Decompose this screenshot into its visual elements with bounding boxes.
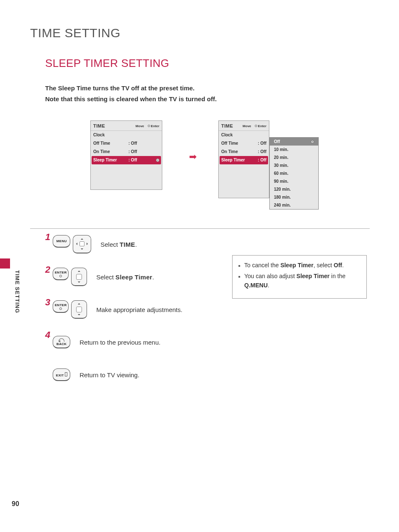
step-4: 4 BACK Return to the previous menu. <box>45 332 182 352</box>
dpad-updown-icon <box>71 268 87 286</box>
dropdown-option: 60 min. <box>270 169 318 177</box>
osd-row-clock: Clock <box>91 131 162 139</box>
step-text: Select Sleep Timer. <box>96 274 154 281</box>
row-label: Clock <box>221 133 246 137</box>
osd-title: TIME <box>221 123 233 128</box>
osd-menu-after: TIME Move Enter Clock Off Time : Off On … <box>218 120 269 198</box>
steps-list: 1 MENU Select TIME. 2 ENTER Select Sleep… <box>45 234 182 397</box>
osd-title: TIME <box>93 123 105 128</box>
osd-row-sleeptimer-selected: Sleep Timer : Off <box>220 156 268 164</box>
row-value: : Off <box>128 149 137 154</box>
row-label: Sleep Timer <box>221 158 246 162</box>
dropdown-option: 10 min. <box>270 146 318 153</box>
row-label: Off Time <box>93 141 118 146</box>
horizontal-divider <box>30 228 370 229</box>
dropdown-option: 20 min. <box>270 153 318 161</box>
enter-button-icon: ENTER <box>53 268 69 280</box>
step-number: 4 <box>45 330 50 340</box>
step-number: 1 <box>45 232 50 243</box>
enter-dot-icon <box>255 125 257 127</box>
arrow-right-icon: ➡ <box>189 151 197 162</box>
intro-line-2: Note that this setting is cleared when t… <box>45 94 217 105</box>
move-hint: Move <box>238 124 251 128</box>
intro-text: The Sleep Time turns the TV off at the p… <box>45 83 217 105</box>
enter-hint: Enter <box>255 124 266 128</box>
row-value: : Off <box>128 158 137 162</box>
step-text: Make appropriate adjustments. <box>96 306 182 313</box>
row-label: Off Time <box>221 141 246 146</box>
dropdown-option: 30 min. <box>270 161 318 169</box>
step-1: 1 MENU Select TIME. <box>45 234 182 254</box>
dropdown-option-selected: Off <box>270 138 318 146</box>
step-number: 3 <box>45 297 50 308</box>
osd-menu-before: TIME Move Enter Clock Off Time : Off On … <box>90 120 162 190</box>
enter-hint: Enter <box>148 124 159 128</box>
enter-dot-icon <box>311 140 314 143</box>
nav-icon <box>238 124 242 127</box>
side-tab-marker <box>0 258 10 269</box>
dpad-4way-icon <box>73 235 91 253</box>
row-label: Clock <box>93 133 118 137</box>
note-item: You can also adjust Sleep Timer in the Q… <box>238 271 361 290</box>
osd-row-ontime: On Time : Off <box>219 148 269 156</box>
step-text: Select TIME. <box>100 241 137 248</box>
row-value: : Off <box>258 158 266 162</box>
menu-button-icon: MENU <box>53 235 70 248</box>
dropdown-option: 90 min. <box>270 177 318 185</box>
step-text: Return to TV viewing. <box>79 371 139 379</box>
note-item: To cancel the Sleep Timer, select Off. <box>238 261 361 270</box>
page-title: TIME SETTING <box>30 26 120 40</box>
row-value: : Off <box>128 141 137 146</box>
sleep-timer-dropdown: Off 10 min. 20 min. 30 min. 60 min. 90 m… <box>269 137 319 210</box>
nav-icon <box>131 124 135 127</box>
step-2: 2 ENTER Select Sleep Timer. <box>45 267 182 287</box>
enter-dot-icon <box>148 125 150 127</box>
enter-dot-icon <box>156 159 159 162</box>
intro-line-1: The Sleep Time turns the TV off at the p… <box>45 83 217 94</box>
dropdown-option: 120 min. <box>270 185 318 193</box>
osd-row-offtime: Off Time : Off <box>219 139 269 148</box>
osd-row-ontime: On Time : Off <box>91 148 162 156</box>
back-button-icon: BACK <box>53 336 70 348</box>
step-3: 3 ENTER Make appropriate adjustments. <box>45 299 182 320</box>
enter-button-icon: ENTER <box>53 300 69 313</box>
osd-row-offtime: Off Time : Off <box>91 139 162 148</box>
row-label: Sleep Timer <box>93 158 118 162</box>
dpad-updown-icon <box>71 300 87 319</box>
notes-box: To cancel the Sleep Timer, select Off. Y… <box>232 255 367 299</box>
exit-button-icon: EXIT <box>53 368 70 381</box>
row-value: : Off <box>258 141 266 146</box>
osd-row-sleeptimer-selected: Sleep Timer : Off <box>92 156 161 164</box>
row-value: : Off <box>258 149 266 154</box>
step-number: 2 <box>45 264 50 275</box>
osd-header: TIME Move Enter <box>91 121 162 131</box>
section-title: SLEEP TIMER SETTING <box>45 57 169 70</box>
page-number: 90 <box>12 500 19 508</box>
dropdown-option: 240 min. <box>270 201 318 209</box>
dropdown-option: 180 min. <box>270 193 318 201</box>
row-label: On Time <box>221 149 246 154</box>
side-section-label: TIME SETTING <box>14 270 20 313</box>
step-text: Return to the previous menu. <box>79 339 160 346</box>
osd-row-clock: Clock <box>219 131 269 139</box>
row-label: On Time <box>93 149 118 154</box>
osd-header: TIME Move Enter <box>219 121 269 131</box>
step-exit: 0 EXIT Return to TV viewing. <box>45 365 182 385</box>
move-hint: Move <box>131 124 144 128</box>
